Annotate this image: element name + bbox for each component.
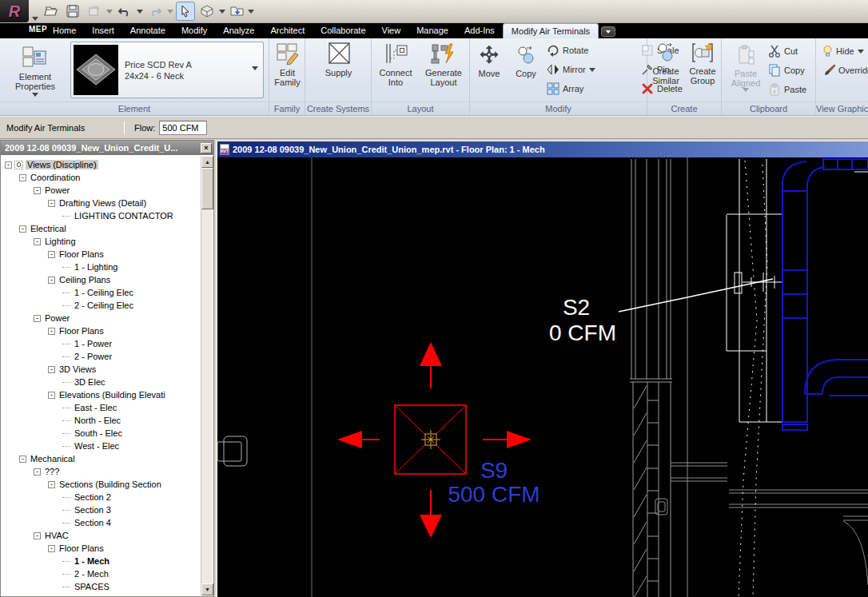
collapse-icon[interactable]: - (48, 366, 55, 373)
tree-leaf[interactable]: 2 - Ceiling Elec (2, 299, 201, 312)
create-similar-button[interactable]: Create Similar (647, 38, 684, 99)
collapse-icon[interactable]: - (48, 251, 55, 258)
tree-item-label[interactable]: Ceiling Plans (58, 595, 112, 595)
collapse-icon[interactable]: - (48, 328, 55, 335)
edit-family-button[interactable]: Edit Family (269, 38, 305, 99)
scroll-thumb[interactable] (201, 168, 213, 209)
generate-layout-button[interactable]: Generate Layout (420, 38, 468, 99)
scroll-up-icon[interactable]: ▲ (201, 156, 213, 168)
open-button[interactable] (42, 2, 61, 21)
tree-leaf[interactable]: Section 3 (2, 503, 201, 516)
tree-branch[interactable]: -Ceiling Plans (2, 273, 201, 286)
tree-item-label[interactable]: Electrical (29, 224, 68, 233)
close-icon[interactable]: × (201, 143, 212, 153)
tree-branch[interactable]: -Power (2, 184, 201, 197)
tree-branch[interactable]: -Views (Discipline) (2, 158, 201, 171)
collapse-icon[interactable]: - (19, 456, 26, 463)
tree-branch[interactable]: -Floor Plans (2, 324, 201, 337)
tree-item-label[interactable]: Drafting Views (Detail) (58, 198, 148, 208)
tree-item-label[interactable]: Elevations (Building Elevati (58, 390, 167, 400)
mirror-button[interactable]: Mirror (547, 60, 641, 79)
save-button[interactable] (63, 2, 82, 21)
tree-item-label[interactable]: North - Elec (73, 416, 122, 425)
tree-leaf[interactable]: East - Elec (2, 401, 201, 414)
qat-customize-icon[interactable] (248, 10, 254, 14)
supply-button[interactable]: Supply (305, 38, 372, 99)
tree-branch[interactable]: -Mechanical (2, 452, 201, 465)
tree-item-label[interactable]: 2 - Mech (73, 569, 110, 579)
tab-manage[interactable]: Manage (408, 23, 456, 38)
tree-item-label[interactable]: Power (43, 185, 71, 195)
tree-item-label[interactable]: 3D Elec (73, 377, 107, 387)
view-caret-icon[interactable] (219, 10, 225, 14)
copy-to-clipboard-button[interactable]: Copy (768, 61, 806, 80)
application-menu-button[interactable]: R (0, 0, 29, 22)
type-selector-caret-icon[interactable] (252, 66, 258, 70)
tab-modify[interactable]: Modify (173, 23, 215, 38)
tree-item-label[interactable]: West - Elec (73, 441, 121, 451)
tree-branch[interactable]: -Drafting Views (Detail) (2, 197, 201, 209)
tree-branch[interactable]: -Ceiling Plans (2, 593, 201, 595)
selected-air-terminal[interactable] (337, 342, 532, 538)
floor-plan-view[interactable]: S2 0 CFM S9 500 CFM (217, 157, 868, 597)
tree-leaf[interactable]: North - Elec (2, 414, 201, 427)
drawing-titlebar[interactable]: RVT 2009 12-08 09039_New_Union_Credit_Un… (217, 141, 868, 157)
tree-leaf[interactable]: South - Elec (2, 427, 201, 440)
tree-item-label[interactable]: Lighting (43, 237, 78, 246)
tree-item-label[interactable]: HVAC (43, 531, 70, 540)
collapse-icon[interactable]: - (48, 200, 55, 207)
project-browser-titlebar[interactable]: 2009 12-08 09039_New_Union_Credit_U... × (1, 141, 213, 155)
move-button[interactable]: Move (472, 41, 507, 101)
collapse-icon[interactable]: - (5, 161, 12, 169)
tree-item-label[interactable]: Floor Plans (58, 543, 106, 553)
tree-item-label[interactable]: Power (43, 313, 71, 323)
browser-scrollbar[interactable]: ▲ ▼ (201, 156, 213, 595)
tab-modify-air-terminals[interactable]: Modify Air Terminals (503, 23, 599, 38)
tree-branch[interactable]: -3D Views (2, 363, 201, 376)
tree-leaf[interactable]: West - Elec (2, 440, 201, 452)
mirror-caret-icon[interactable] (589, 68, 595, 72)
tree-branch[interactable]: -??? (2, 465, 201, 478)
flow-arrow-up[interactable] (420, 342, 442, 366)
tree-branch[interactable]: -Electrical (2, 222, 201, 235)
tab-annotate[interactable]: Annotate (122, 23, 173, 38)
flow-arrow-right[interactable] (507, 431, 532, 448)
tree-branch[interactable]: -Coordination (2, 171, 201, 184)
rotate-button[interactable]: Rotate (547, 41, 641, 60)
tree-item-label[interactable]: ??? (43, 467, 61, 476)
flow-input[interactable] (159, 121, 207, 135)
tree-item-label[interactable]: SPACES (73, 582, 111, 591)
tree-leaf[interactable]: 1 - Lighting (2, 261, 201, 273)
tab-analyze[interactable]: Analyze (215, 23, 262, 38)
collapse-icon[interactable]: - (19, 225, 26, 233)
tree-item-label[interactable]: Mechanical (29, 454, 77, 464)
modify-pointer-button[interactable] (176, 2, 195, 21)
tree-item-label[interactable]: Views (Discipline) (26, 160, 98, 169)
connect-into-button[interactable]: Connect Into (372, 38, 420, 99)
tab-insert[interactable]: Insert (84, 23, 122, 38)
tree-item-label[interactable]: 1 - Lighting (73, 262, 119, 272)
publish-button[interactable] (85, 2, 104, 21)
collapse-icon[interactable]: - (48, 545, 55, 552)
tree-branch[interactable]: -Sections (Building Section (2, 478, 201, 491)
tree-leaf[interactable]: 2 - Power (2, 350, 201, 363)
tree-branch[interactable]: -Power (2, 312, 201, 324)
tree-item-label[interactable]: Section 3 (73, 505, 113, 515)
tab-view[interactable]: View (374, 23, 409, 38)
tree-item-label[interactable]: LIGHTING CONTACTOR (73, 211, 175, 221)
hide-caret-icon[interactable] (858, 50, 864, 54)
tree-item-label[interactable]: 1 - Power (73, 339, 113, 348)
tree-leaf[interactable]: Section 4 (2, 516, 201, 529)
tree-item-label[interactable]: Floor Plans (58, 326, 106, 336)
collapse-icon[interactable]: - (48, 481, 55, 488)
cut-button[interactable]: Cut (768, 42, 806, 61)
collapse-icon[interactable]: - (34, 532, 41, 539)
tree-leaf[interactable]: LIGHTING CONTACTOR (2, 209, 201, 222)
collapse-icon[interactable]: - (34, 315, 41, 322)
tree-branch[interactable]: -Floor Plans (2, 248, 201, 261)
tree-item-label[interactable]: 2 - Power (73, 352, 113, 361)
tree-item-label[interactable]: South - Elec (73, 428, 124, 438)
redo-caret-icon[interactable] (167, 10, 173, 14)
array-button[interactable]: Array (547, 79, 641, 98)
hide-button[interactable]: Hide (822, 42, 868, 61)
